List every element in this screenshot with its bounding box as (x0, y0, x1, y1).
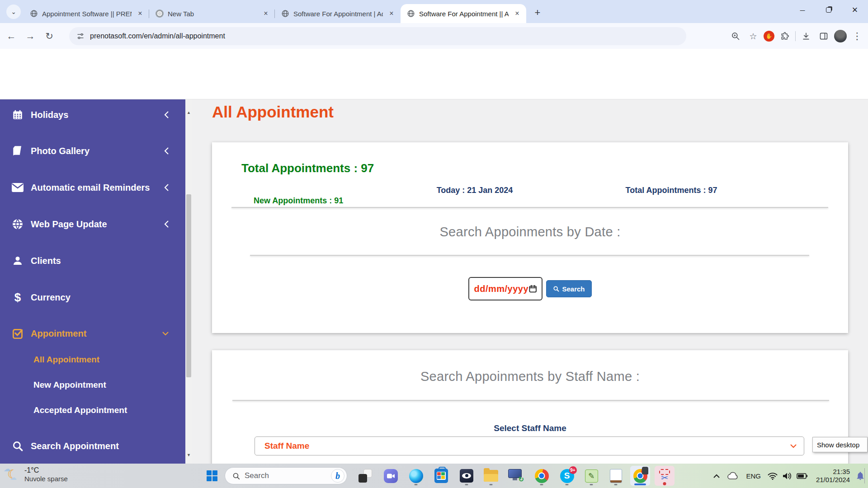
search-placeholder: Search (245, 471, 326, 480)
back-button[interactable]: ← (4, 28, 19, 44)
globe-icon (11, 218, 24, 230)
close-icon[interactable]: × (513, 9, 522, 18)
divider (232, 400, 829, 401)
minimize-button[interactable]: ─ (789, 0, 816, 20)
scroll-up-icon[interactable]: ▲ (187, 110, 191, 115)
calendar-picker-icon[interactable] (528, 284, 537, 294)
weather-desc: Nuvole sparse (24, 474, 68, 483)
adblock-icon[interactable]: ✋ (764, 31, 774, 42)
chevron-left-icon (164, 111, 169, 119)
sidebar-item-all-appointment[interactable]: All Appointment (0, 350, 186, 370)
kebab-menu-icon[interactable]: ⋮ (850, 29, 864, 43)
zoom-icon[interactable] (728, 29, 743, 43)
tab-1[interactable]: Appointment Software || PRENO × (24, 4, 149, 23)
tab-search-button[interactable]: ⌄ (6, 5, 21, 19)
sidebar-item-appointment[interactable]: Appointment (0, 321, 186, 346)
chrome-icon (633, 469, 647, 483)
file-explorer-button[interactable] (481, 466, 501, 486)
url-text[interactable]: prenotasoft.com/en/admin/all-appointment (90, 32, 225, 40)
person-icon (11, 255, 24, 266)
tab-title: Software For Appointment || All (419, 10, 509, 18)
close-window-button[interactable]: × (842, 0, 868, 20)
tab-3[interactable]: Software For Appointment | Ad × (275, 4, 401, 23)
bookmark-star-icon[interactable]: ☆ (746, 29, 760, 43)
sidebar-item-new-appointment[interactable]: New Appointment (0, 375, 186, 395)
sidebar-item-clients[interactable]: Clients (0, 248, 186, 273)
total-appointments-stat: Total Appointments : 97 (241, 161, 374, 175)
snipping-tool-button[interactable]: ✂ (655, 466, 675, 486)
forward-button[interactable]: → (23, 28, 38, 44)
tune-icon[interactable] (76, 32, 85, 40)
scroll-down-icon[interactable]: ▼ (187, 453, 191, 457)
battery-icon[interactable] (794, 473, 810, 479)
edge-button[interactable] (406, 466, 426, 486)
start-button[interactable] (202, 466, 222, 486)
tray-chevron-up-icon[interactable] (709, 474, 724, 478)
taskbar-time: 21:35 (816, 468, 850, 476)
close-icon[interactable]: × (387, 9, 396, 18)
sidebar-item-currency[interactable]: $ Currency (0, 285, 186, 310)
chevron-left-icon (164, 220, 169, 228)
task-view-button[interactable] (355, 466, 375, 486)
monitor-icon: ↻ (508, 469, 523, 483)
wifi-icon[interactable] (765, 472, 780, 480)
weather-widget[interactable]: ☁ ☾ ☁ -1°C Nuvole sparse (5, 466, 68, 483)
remote-desktop-button[interactable]: ↻ (505, 466, 525, 486)
taskbar: ☁ ☾ ☁ -1°C Nuvole sparse Search b (0, 464, 868, 488)
sidebar-item-search-appointment[interactable]: Search Appointment (0, 433, 186, 459)
toolbar-divider (795, 31, 796, 41)
chrome-button[interactable] (532, 466, 552, 486)
sidebar-item-label: Accepted Appointment (33, 405, 186, 415)
chat-button[interactable] (381, 466, 401, 486)
sidebar-item-label: Search Appointment (31, 441, 186, 451)
close-icon[interactable]: × (136, 9, 145, 18)
taskbar-clock[interactable]: 21:35 21/01/2024 (816, 468, 850, 484)
date-input[interactable]: dd/mm/yyyy (468, 277, 542, 300)
download-icon[interactable] (799, 29, 813, 43)
maximize-button[interactable] (816, 0, 842, 20)
taskbar-search[interactable]: Search b (225, 467, 347, 484)
bing-icon[interactable]: b (331, 469, 344, 483)
side-panel-icon[interactable] (816, 29, 831, 43)
sidebar-item-label: All Appointment (33, 355, 186, 365)
media-player-icon (460, 469, 473, 483)
search-button[interactable]: Search (546, 280, 591, 297)
chrome-icon (535, 469, 549, 483)
sidebar-item-photo-gallery[interactable]: Photo Gallery (0, 138, 186, 164)
show-desktop-edge[interactable] (864, 468, 865, 483)
notifications-bell-icon[interactable] (854, 470, 867, 481)
new-appointments-stat: New Appointments : 91 (254, 196, 343, 206)
browser-toolbar: ← → ↻ prenotasoft.com/en/admin/all-appoi… (0, 23, 868, 49)
browser-profile-avatar[interactable] (834, 30, 847, 42)
window-controls: ─ × (789, 0, 868, 20)
skype-button[interactable]: S 9+ (557, 466, 577, 486)
new-tab-button[interactable]: + (530, 5, 545, 20)
store-button[interactable] (431, 466, 451, 486)
close-icon[interactable]: × (261, 9, 270, 18)
sidebar-item-label: Currency (31, 292, 186, 303)
sidebar-scrollbar[interactable]: ▲ ▼ (185, 99, 192, 464)
onedrive-cloud-icon[interactable] (724, 472, 741, 480)
chrome-active-button[interactable] (630, 466, 650, 486)
staff-name-select[interactable]: Staff Name (255, 436, 804, 455)
media-player-button[interactable] (457, 466, 476, 486)
search-by-staff-heading: Search Appoinments by Staff Name : (212, 369, 848, 384)
sidebar-item-email-reminders[interactable]: Automatic email Reminders (0, 175, 186, 200)
scrollbar-thumb[interactable] (186, 194, 191, 377)
url-bar[interactable]: prenotasoft.com/en/admin/all-appointment (69, 27, 686, 45)
sidebar-item-holidays[interactable]: Holidays (0, 102, 186, 127)
calendar-icon (11, 109, 24, 121)
language-indicator[interactable]: ENG (746, 472, 761, 480)
chat-icon (384, 469, 398, 483)
sidebar-item-web-page-update[interactable]: Web Page Update (0, 211, 186, 237)
extensions-puzzle-icon[interactable] (778, 29, 792, 43)
tab-4-active[interactable]: Software For Appointment || All × (401, 4, 526, 23)
sidebar-item-accepted-appointment[interactable]: Accepted Appointment (0, 400, 186, 420)
staff-select-value: Staff Name (264, 441, 790, 451)
notepad-button[interactable] (606, 466, 626, 486)
tab-2[interactable]: New Tab × (149, 4, 275, 23)
toolbar-right: ☆ ✋ ⋮ (728, 27, 864, 45)
reload-button[interactable]: ↻ (42, 28, 57, 44)
editor-app-button[interactable]: ✎ (581, 466, 601, 486)
volume-icon[interactable] (780, 472, 794, 480)
